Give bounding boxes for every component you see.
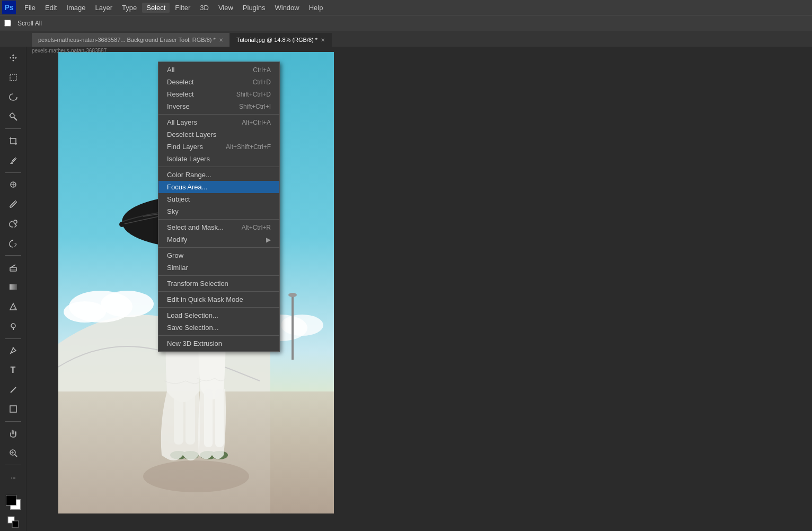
shape-tool[interactable] bbox=[4, 400, 23, 419]
menu-item-inverse[interactable]: Inverse Shift+Ctrl+I bbox=[158, 100, 279, 112]
blur-tool[interactable] bbox=[4, 298, 23, 316]
quick-mask-button[interactable] bbox=[6, 515, 21, 531]
clone-stamp-tool[interactable] bbox=[4, 215, 23, 233]
tab-2[interactable]: Tutorial.jpg @ 14.8% (RGB/8) * ✕ bbox=[230, 33, 332, 47]
menu-help[interactable]: Help bbox=[305, 3, 328, 13]
menu-item-transform-selection[interactable]: Transform Selection bbox=[158, 277, 279, 290]
menu-item-save-selection[interactable]: Save Selection... bbox=[158, 321, 279, 334]
menu-item-transform-selection-label: Transform Selection bbox=[167, 280, 228, 288]
svg-point-3 bbox=[10, 114, 14, 118]
svg-point-35 bbox=[288, 293, 297, 297]
svg-point-18 bbox=[12, 347, 14, 349]
menu-bar: Ps File Edit Image Layer Type Select Fil… bbox=[0, 0, 812, 15]
menu-item-find-layers-label: Find Layers bbox=[167, 143, 203, 151]
menu-3d[interactable]: 3D bbox=[196, 3, 213, 13]
menu-layer[interactable]: Layer bbox=[91, 3, 117, 13]
svg-line-8 bbox=[10, 163, 11, 164]
path-selection-tool[interactable] bbox=[4, 380, 23, 399]
menu-item-load-selection-label: Load Selection... bbox=[167, 311, 218, 319]
type-tool[interactable]: T bbox=[4, 361, 23, 379]
svg-rect-34 bbox=[292, 296, 294, 360]
zoom-tool[interactable] bbox=[4, 444, 23, 463]
menu-item-all-layers[interactable]: All Layers Alt+Ctrl+A bbox=[158, 116, 279, 128]
foreground-color[interactable] bbox=[6, 495, 16, 506]
menu-view[interactable]: View bbox=[214, 3, 237, 13]
menu-window[interactable]: Window bbox=[270, 3, 303, 13]
select-dropdown-menu: All Ctrl+A Deselect Ctrl+D Reselect Shif… bbox=[158, 62, 280, 352]
history-brush-tool[interactable] bbox=[4, 234, 23, 253]
menu-item-grow[interactable]: Grow bbox=[158, 249, 279, 262]
menu-type[interactable]: Type bbox=[118, 3, 141, 13]
left-toolbar: T bbox=[0, 47, 27, 531]
menu-file[interactable]: File bbox=[20, 3, 40, 13]
menu-item-select-and-mask-shortcut: Alt+Ctrl+R bbox=[242, 224, 271, 231]
menu-item-sky[interactable]: Sky bbox=[158, 205, 279, 217]
menu-item-save-selection-label: Save Selection... bbox=[167, 324, 219, 332]
tab-1[interactable]: pexels-matheus-natan-3683587... Backgrou… bbox=[32, 33, 230, 47]
menu-item-inverse-label: Inverse bbox=[167, 102, 190, 110]
menu-item-select-and-mask[interactable]: Select and Mask... Alt+Ctrl+R bbox=[158, 221, 279, 233]
healing-brush-tool[interactable] bbox=[4, 176, 23, 194]
more-tools[interactable]: ··· bbox=[4, 468, 23, 486]
menu-image[interactable]: Image bbox=[62, 3, 90, 13]
menu-item-subject[interactable]: Subject bbox=[158, 193, 279, 205]
menu-item-load-selection[interactable]: Load Selection... bbox=[158, 309, 279, 321]
menu-item-new-3d-extrusion[interactable]: New 3D Extrusion bbox=[158, 337, 279, 350]
menu-item-find-layers[interactable]: Find Layers Alt+Shift+Ctrl+F bbox=[158, 141, 279, 153]
svg-line-21 bbox=[15, 455, 17, 457]
ps-logo[interactable]: Ps bbox=[2, 1, 16, 14]
svg-point-31 bbox=[64, 301, 106, 323]
menu-item-all[interactable]: All Ctrl+A bbox=[158, 64, 279, 76]
menu-item-color-range[interactable]: Color Range... bbox=[158, 169, 279, 181]
menu-item-modify[interactable]: Modify ▶ bbox=[158, 233, 279, 246]
lasso-tool[interactable] bbox=[4, 88, 23, 107]
menu-edit[interactable]: Edit bbox=[41, 3, 61, 13]
menu-item-inverse-shortcut: Shift+Ctrl+I bbox=[239, 103, 271, 110]
svg-point-30 bbox=[101, 291, 154, 317]
menu-item-deselect-layers[interactable]: Deselect Layers bbox=[158, 128, 279, 141]
menu-section-grow: Grow Similar bbox=[158, 248, 279, 276]
eraser-tool[interactable] bbox=[4, 258, 23, 277]
gradient-tool[interactable] bbox=[4, 278, 23, 297]
move-tool[interactable] bbox=[4, 49, 23, 67]
svg-rect-19 bbox=[10, 406, 16, 412]
main-area: T bbox=[0, 47, 812, 531]
colors-widget[interactable] bbox=[4, 493, 23, 511]
menu-item-find-layers-shortcut: Alt+Shift+Ctrl+F bbox=[226, 143, 271, 151]
brush-tool[interactable] bbox=[4, 195, 23, 214]
menu-item-similar[interactable]: Similar bbox=[158, 262, 279, 274]
menu-item-focus-area-label: Focus Area... bbox=[167, 183, 208, 191]
dodge-tool[interactable] bbox=[4, 317, 23, 336]
menu-section-load-save: Load Selection... Save Selection... bbox=[158, 308, 279, 336]
menu-section-mask: Select and Mask... Alt+Ctrl+R Modify ▶ bbox=[158, 220, 279, 248]
menu-filter[interactable]: Filter bbox=[171, 3, 195, 13]
magic-wand-tool[interactable] bbox=[4, 107, 23, 126]
modify-submenu-arrow: ▶ bbox=[266, 236, 271, 243]
menu-item-deselect-layers-label: Deselect Layers bbox=[167, 130, 216, 138]
menu-item-color-range-label: Color Range... bbox=[167, 171, 211, 179]
crop-tool[interactable] bbox=[4, 132, 23, 150]
canvas-area: pexels-matheus-natan-3683587 bbox=[27, 47, 812, 531]
tab-1-label: pexels-matheus-natan-3683587... Backgrou… bbox=[38, 37, 216, 43]
separator-6 bbox=[5, 465, 21, 465]
menu-item-edit-quick-mask[interactable]: Edit in Quick Mask Mode bbox=[158, 293, 279, 306]
menu-item-reselect[interactable]: Reselect Shift+Ctrl+D bbox=[158, 88, 279, 100]
pen-tool[interactable] bbox=[4, 341, 23, 360]
menu-item-focus-area[interactable]: Focus Area... bbox=[158, 181, 279, 193]
menu-item-isolate-layers[interactable]: Isolate Layers bbox=[158, 153, 279, 165]
scroll-all-checkbox[interactable] bbox=[4, 20, 11, 27]
svg-point-0 bbox=[12, 57, 14, 59]
svg-rect-25 bbox=[12, 521, 19, 527]
tab-2-close[interactable]: ✕ bbox=[321, 37, 325, 43]
tab-1-close[interactable]: ✕ bbox=[219, 37, 223, 43]
tab-bar: pexels-matheus-natan-3683587... Backgrou… bbox=[0, 31, 812, 47]
rectangular-marquee-tool[interactable] bbox=[4, 68, 23, 87]
menu-item-reselect-label: Reselect bbox=[167, 90, 194, 98]
menu-item-grow-label: Grow bbox=[167, 251, 183, 259]
menu-item-deselect[interactable]: Deselect Ctrl+D bbox=[158, 76, 279, 88]
eyedropper-tool[interactable] bbox=[4, 151, 23, 170]
menu-select[interactable]: Select bbox=[142, 3, 170, 13]
menu-item-modify-label: Modify bbox=[167, 236, 187, 243]
hand-tool[interactable] bbox=[4, 424, 23, 443]
menu-plugins[interactable]: Plugins bbox=[239, 3, 270, 13]
